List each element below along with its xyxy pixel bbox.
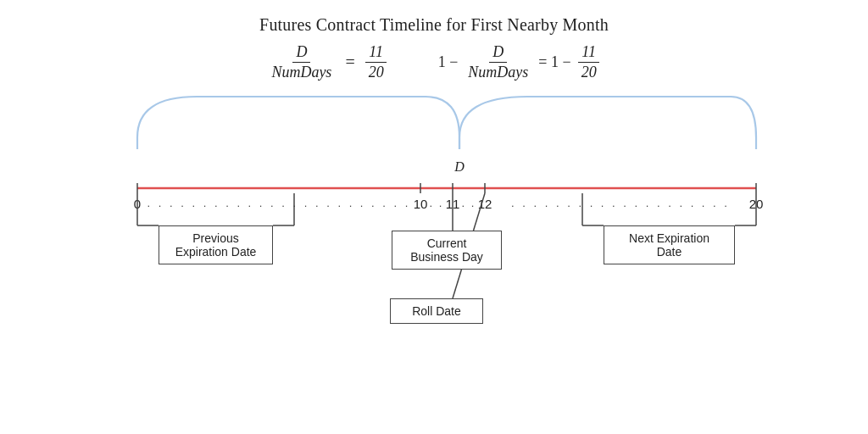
fraction-d-numdays-right: D NumDays — [465, 43, 531, 81]
fraction-numerator-d-left: D — [292, 43, 310, 63]
dots-11-to-12: . . — [462, 197, 476, 209]
fraction-denominator-20-right: 20 — [578, 63, 600, 81]
right-brace-arc — [459, 97, 756, 137]
dots-10-to-11: . . — [430, 197, 444, 209]
formula-left: D NumDays = 11 20 — [268, 43, 387, 81]
label-10: 10 — [414, 197, 428, 211]
equals-sign-left: = — [345, 53, 354, 72]
formula-right-prefix: 1 − — [438, 53, 459, 71]
left-brace-arc — [137, 97, 459, 137]
fraction-numerator-11-right: 11 — [578, 43, 599, 63]
dots-0-to-10: . . . . . . . . . . . . . . . . . . . . … — [147, 197, 411, 209]
roll-date-box: Roll Date — [390, 298, 483, 324]
diagram-area: D 0 . . . . . . . . . . . . . . . . . . … — [86, 88, 782, 359]
fraction-11-20-right: 11 20 — [578, 43, 600, 81]
fraction-denominator-numdays-left: NumDays — [268, 63, 335, 81]
formula-right: 1 − D NumDays = 1 − 11 20 — [438, 43, 600, 81]
formula-right-eq: = 1 − — [538, 53, 570, 71]
d-label: D — [453, 159, 465, 174]
fraction-11-20-left: 11 20 — [365, 43, 387, 81]
next-expiration-box: Next ExpirationDate — [604, 225, 735, 264]
fraction-denominator-20-left: 20 — [365, 63, 387, 81]
fraction-denominator-numdays-right: NumDays — [465, 63, 531, 81]
prev-expiration-box: PreviousExpiration Date — [159, 225, 273, 264]
current-business-day-box: CurrentBusiness Day — [392, 231, 502, 270]
dots-12-to-20: . . . . . . . . . . . . . . . . . . . . — [511, 197, 730, 209]
fraction-d-numdays-left: D NumDays — [268, 43, 335, 81]
fraction-numerator-11-left: 11 — [365, 43, 387, 63]
fraction-numerator-d-right: D — [489, 43, 507, 63]
formula-row: D NumDays = 11 20 1 − D NumDays = 1 − 11… — [268, 43, 599, 81]
page-title: Futures Contract Timeline for First Near… — [259, 15, 609, 35]
main-container: Futures Contract Timeline for First Near… — [0, 0, 868, 434]
